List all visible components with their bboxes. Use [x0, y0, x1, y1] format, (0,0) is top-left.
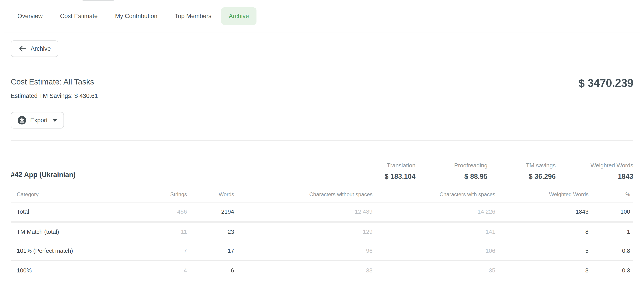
cell-words: 6 [187, 261, 234, 280]
download-circle-icon [18, 116, 26, 125]
cost-estimate-table: Category Strings Words Characters withou… [11, 191, 633, 280]
table-row-total: Total 456 2194 12 489 14 226 1843 100 [11, 202, 633, 222]
col-header-percent: % [588, 191, 633, 202]
cell-strings: 456 [136, 202, 187, 222]
cell-chars-with-spaces: 106 [372, 241, 495, 261]
stat-tm-savings: TM savings $ 36.296 [488, 162, 556, 181]
col-header-chars-with-spaces: Characters with spaces [372, 191, 495, 202]
cell-weighted-words: 8 [495, 222, 588, 241]
table-row-100-percent: 100% 4 6 33 35 3 0.3 [11, 261, 633, 280]
left-arrow-icon [18, 45, 26, 52]
cell-words: 23 [187, 222, 234, 241]
col-header-weighted-words: Weighted Words [495, 191, 588, 202]
stat-value: $ 183.104 [357, 173, 416, 181]
chevron-down-icon [52, 119, 57, 122]
project-stats: Translation $ 183.104 Proofreading $ 88.… [357, 162, 633, 181]
cell-strings: 4 [136, 261, 187, 280]
cell-chars-with-spaces: 14 226 [372, 202, 495, 222]
cell-category: 100% [11, 261, 136, 280]
col-header-words: Words [187, 191, 234, 202]
cell-weighted-words: 5 [495, 241, 588, 261]
cell-chars-without-spaces: 96 [234, 241, 372, 261]
stat-label: Weighted Words [556, 162, 633, 169]
table-header-row: Category Strings Words Characters withou… [11, 191, 633, 202]
cell-chars-with-spaces: 35 [372, 261, 495, 280]
page-content: Archive Cost Estimate: All Tasks Estimat… [11, 40, 633, 280]
stat-label: Proofreading [416, 162, 488, 169]
back-to-archive-button[interactable]: Archive [11, 40, 58, 57]
section-divider [11, 65, 633, 65]
export-button-label: Export [30, 117, 48, 124]
stat-proofreading: Proofreading $ 88.95 [416, 162, 488, 181]
cell-chars-with-spaces: 141 [372, 222, 495, 241]
total-cost-value: $ 3470.239 [578, 76, 633, 90]
stat-weighted-words: Weighted Words 1843 [556, 162, 633, 181]
table-row-perfect-match: 101% (Perfect match) 7 17 96 106 5 0.8 [11, 241, 633, 261]
col-header-chars-without-spaces: Characters without spaces [234, 191, 372, 202]
cell-words: 17 [187, 241, 234, 261]
tab-my-contribution[interactable]: My Contribution [108, 7, 165, 25]
section-divider [11, 140, 633, 141]
tab-bar: Overview Cost Estimate My Contribution T… [4, 0, 640, 32]
cell-percent: 0.8 [588, 241, 633, 261]
tab-cost-estimate[interactable]: Cost Estimate [52, 7, 105, 25]
col-header-strings: Strings [136, 191, 187, 202]
cell-category: Total [11, 202, 136, 222]
stat-value: 1843 [556, 173, 633, 181]
cell-weighted-words: 1843 [495, 202, 588, 222]
cell-strings: 11 [136, 222, 187, 241]
table-row-tm-match: TM Match (total) 11 23 129 141 8 1 [11, 222, 633, 241]
export-button[interactable]: Export [11, 112, 64, 128]
cell-category: 101% (Perfect match) [11, 241, 136, 261]
tab-overview[interactable]: Overview [10, 7, 50, 25]
tab-top-members[interactable]: Top Members [167, 7, 219, 25]
col-header-category: Category [11, 191, 136, 202]
tm-savings-line: Estimated TM Savings: $ 430.61 [11, 92, 98, 99]
cutoff-popover-fragment [81, 0, 116, 1]
cell-strings: 7 [136, 241, 187, 261]
stat-value: $ 36.296 [488, 173, 556, 181]
stat-label: Translation [357, 162, 416, 169]
cell-category: TM Match (total) [11, 222, 136, 241]
cell-chars-without-spaces: 33 [234, 261, 372, 280]
cost-header-text: Cost Estimate: All Tasks Estimated TM Sa… [11, 76, 98, 99]
cell-chars-without-spaces: 12 489 [234, 202, 372, 222]
project-cost-section: #42 App (Ukrainian) Translation $ 183.10… [11, 162, 633, 280]
stat-label: TM savings [488, 162, 556, 169]
cell-percent: 0.3 [588, 261, 633, 280]
cell-weighted-words: 3 [495, 261, 588, 280]
tab-archive[interactable]: Archive [221, 7, 256, 25]
cell-percent: 100 [588, 202, 633, 222]
cell-chars-without-spaces: 129 [234, 222, 372, 241]
cell-words: 2194 [187, 202, 234, 222]
project-title: #42 App (Ukrainian) [11, 171, 76, 181]
stat-value: $ 88.95 [416, 173, 488, 181]
cell-percent: 1 [588, 222, 633, 241]
page-title: Cost Estimate: All Tasks [11, 76, 98, 87]
back-button-label: Archive [31, 45, 51, 52]
stat-translation: Translation $ 183.104 [357, 162, 416, 181]
